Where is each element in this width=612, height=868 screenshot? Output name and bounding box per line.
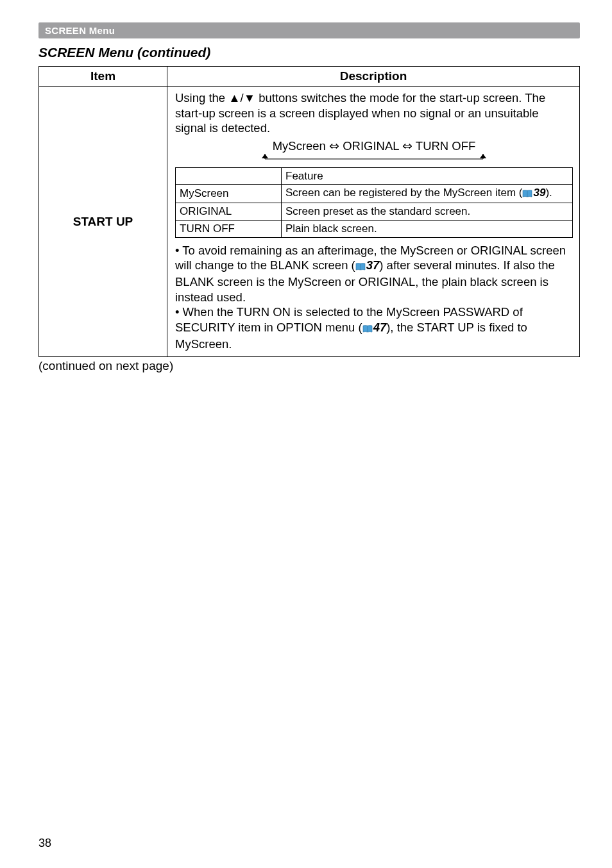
- book-icon: [362, 321, 373, 337]
- feature-table: Feature MyScreen Screen can be registere…: [175, 167, 573, 238]
- blank-cell: [176, 167, 282, 185]
- feature-row: TURN OFF Plain black screen.: [176, 220, 573, 237]
- loop-arrow-icon: [175, 154, 573, 163]
- col-desc: Description: [167, 67, 580, 87]
- breadcrumb-bar: SCREEN Menu: [38, 22, 580, 38]
- opt-feature: Screen can be registered by the MyScreen…: [282, 185, 573, 203]
- intro-text: Using the ▲/▼ buttons switches the mode …: [175, 90, 573, 136]
- page-ref: 47: [373, 321, 387, 334]
- feature-row: ORIGINAL Screen preset as the standard s…: [176, 203, 573, 221]
- page-ref: 39: [533, 187, 545, 199]
- notes-block: • To avoid remaining as an afterimage, t…: [175, 243, 573, 352]
- page-ref: 37: [366, 258, 380, 272]
- page-number: 38: [38, 837, 51, 850]
- feature-header-row: Feature: [176, 167, 573, 185]
- continued-note: (continued on next page): [38, 359, 580, 373]
- feat-text-a: Screen can be registered by the MyScreen…: [285, 187, 522, 199]
- mode-cycle-text: MyScreen ⇔ ORIGINAL ⇔ TURN OFF: [273, 138, 476, 154]
- feat-text-b: ).: [545, 187, 552, 199]
- svg-marker-2: [480, 154, 486, 158]
- item-description: Using the ▲/▼ buttons switches the mode …: [167, 87, 580, 357]
- menu-table: Item Description START UP Using the ▲/▼ …: [38, 66, 580, 357]
- item-name: START UP: [39, 87, 167, 357]
- mode-cycle: MyScreen ⇔ ORIGINAL ⇔ TURN OFF: [175, 138, 573, 154]
- feature-row: MyScreen Screen can be registered by the…: [176, 185, 573, 203]
- opt-name: TURN OFF: [176, 220, 282, 237]
- opt-feature: Plain black screen.: [282, 220, 573, 237]
- opt-name: ORIGINAL: [176, 203, 282, 221]
- book-icon: [522, 187, 532, 201]
- feature-head: Feature: [282, 167, 573, 185]
- section-title: SCREEN Menu (continued): [38, 45, 580, 60]
- table-row: START UP Using the ▲/▼ buttons switches …: [39, 87, 580, 357]
- col-item: Item: [39, 67, 167, 87]
- opt-feature: Screen preset as the standard screen.: [282, 203, 573, 221]
- opt-name: MyScreen: [176, 185, 282, 203]
- svg-marker-1: [262, 154, 268, 158]
- book-icon: [355, 259, 366, 274]
